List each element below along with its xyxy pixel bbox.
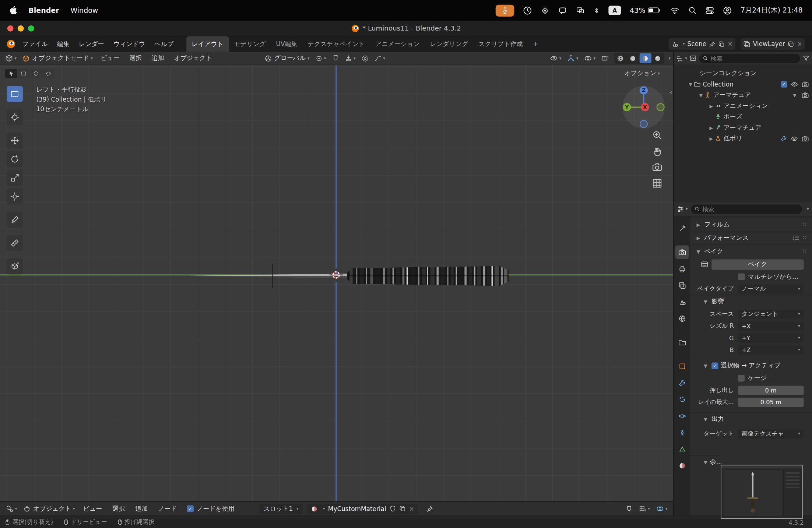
collapse-arrow-icon[interactable]: ▶ — [708, 125, 714, 130]
disable-render-camera-icon[interactable] — [802, 135, 809, 142]
view-layer-remove-icon[interactable]: × — [797, 41, 802, 48]
outliner-row-lowpoly-mesh[interactable]: ▶ 低ポリ — [674, 133, 812, 144]
chevron-down-icon[interactable]: ▼ — [791, 92, 798, 98]
battery-indicator[interactable]: 43% — [630, 6, 661, 15]
outliner-row-pose[interactable]: ポーズ — [674, 111, 812, 122]
view-layer-new-icon[interactable] — [788, 41, 794, 47]
hide-eye-icon[interactable] — [791, 135, 798, 142]
screen-mirroring-icon[interactable] — [576, 6, 585, 15]
max-ray-field[interactable]: 0.05 m — [738, 397, 804, 406]
collapse-arrow-icon[interactable]: ▶ — [708, 103, 714, 109]
snap-toggle[interactable] — [329, 53, 342, 64]
material-browse-arrow[interactable]: ▾ — [323, 507, 325, 511]
viewport-menu-add[interactable]: 追加 — [147, 52, 169, 65]
tool-rotate[interactable] — [7, 151, 23, 168]
shader-menu-add[interactable]: 追加 — [131, 502, 152, 516]
tab-modifier-properties[interactable] — [675, 376, 689, 390]
pan-view-button[interactable] — [652, 146, 662, 156]
scene-unlink-icon[interactable]: × — [728, 41, 733, 48]
properties-options-arrow[interactable]: ▾ — [807, 207, 809, 211]
toggle-ortho-button[interactable] — [652, 178, 662, 189]
tab-material-properties[interactable] — [675, 459, 689, 472]
viewport-menu-view[interactable]: ビュー — [96, 52, 124, 65]
tab-animation[interactable]: アニメーション — [370, 36, 425, 52]
bluetooth-icon[interactable] — [594, 6, 600, 15]
select-lasso-button[interactable] — [42, 69, 54, 78]
shading-solid-button[interactable] — [627, 53, 639, 63]
shading-rendered-button[interactable] — [652, 53, 664, 63]
tab-constraint-properties[interactable] — [675, 426, 689, 439]
shader-type-selector[interactable]: オブジェクト▾ — [21, 503, 77, 514]
space-dropdown[interactable]: タンジェント▾ — [738, 309, 804, 318]
panel-performance[interactable]: ▶パフォーマンス — [690, 231, 812, 244]
menu-edit[interactable]: 編集 — [52, 36, 74, 52]
bake-type-dropdown[interactable]: ノーマル▾ — [738, 284, 804, 293]
tab-layout[interactable]: レイアウト — [187, 36, 229, 52]
menu-render[interactable]: レンダー — [74, 36, 109, 52]
tab-physics-properties[interactable] — [675, 409, 689, 423]
viewport-menu-object[interactable]: オブジェクト — [169, 52, 217, 65]
facetime-icon[interactable] — [523, 6, 532, 15]
modifier-wrench-icon[interactable] — [780, 135, 787, 142]
properties-search[interactable] — [691, 204, 802, 214]
tab-output-properties[interactable] — [675, 262, 689, 276]
select-tweak-button[interactable] — [5, 69, 17, 78]
minimize-window-button[interactable] — [18, 25, 24, 32]
tab-collection-properties[interactable] — [675, 335, 689, 349]
object-visibility-selector[interactable]: ▾ — [547, 53, 564, 64]
mic-status-icon[interactable] — [496, 4, 514, 16]
tab-scripting[interactable]: スクリプト作成 — [473, 36, 528, 52]
scene-selector[interactable]: ▾ Scene × — [669, 38, 735, 50]
apple-menu-icon[interactable] — [9, 6, 17, 15]
pin-node-tree-icon[interactable] — [423, 503, 436, 514]
properties-editor-type-button[interactable]: ▾ — [677, 205, 688, 213]
outliner-row-collection[interactable]: ▼ Collection ✓ — [674, 79, 812, 90]
zoom-window-button[interactable] — [28, 25, 34, 32]
tab-tool-properties[interactable] — [675, 222, 689, 235]
menu-window[interactable]: ウィンドウ — [109, 36, 150, 52]
pivot-point-selector[interactable]: ▾ — [313, 53, 329, 64]
scene-name[interactable]: Scene — [688, 41, 706, 48]
target-dropdown[interactable]: 画像テクスチャ▾ — [738, 429, 804, 438]
view-layer-selector[interactable]: ViewLayer × — [741, 38, 805, 50]
view-layer-name[interactable]: ViewLayer — [753, 41, 785, 48]
shading-options-arrow[interactable]: ▾ — [668, 56, 671, 60]
use-nodes-checkbox[interactable]: ✓ — [187, 506, 193, 512]
shader-menu-view[interactable]: ビュー — [78, 502, 107, 516]
mode-selector[interactable]: オブジェクトモード▾ — [20, 53, 95, 64]
transform-orientation-selector[interactable]: グローバル▾ — [262, 53, 312, 64]
scene-browse-arrow[interactable]: ▾ — [683, 42, 685, 46]
tool-measure[interactable] — [7, 235, 23, 251]
material-name[interactable]: MyCustomMaterial — [328, 505, 386, 513]
outliner-editor-type-button[interactable]: ▾ — [676, 54, 688, 62]
swizzle-r-dropdown[interactable]: +X▾ — [738, 321, 804, 331]
add-workspace-button[interactable]: + — [528, 36, 543, 52]
overlays-toggle-selector[interactable]: ▾ — [581, 53, 598, 64]
collection-checkbox[interactable]: ✓ — [781, 81, 787, 87]
panel-bake[interactable]: ▼ベイク — [690, 244, 812, 258]
blender-app-menu-icon[interactable] — [6, 39, 15, 49]
xray-toggle[interactable] — [599, 53, 612, 64]
disable-render-camera-icon[interactable] — [802, 81, 809, 88]
panel-output[interactable]: ▼出力 — [690, 412, 812, 426]
proportional-edit-toggle[interactable] — [359, 53, 371, 64]
control-center-icon[interactable] — [705, 6, 714, 15]
shader-overlays-selector[interactable]: ▾ — [654, 503, 670, 514]
tool-select-box[interactable] — [7, 86, 23, 102]
use-nodes-toggle[interactable]: ✓ ノードを使用 — [187, 504, 234, 513]
selected-to-active-checkbox[interactable]: ✓ — [711, 362, 718, 369]
properties-search-input[interactable] — [702, 205, 798, 213]
spotlight-icon[interactable] — [688, 6, 697, 15]
expand-arrow-icon[interactable]: ▼ — [697, 92, 704, 98]
outliner-filter-icon[interactable] — [803, 55, 809, 61]
extrusion-field[interactable]: 0 m — [738, 386, 804, 395]
outliner-row-armature-object[interactable]: ▼ アーマチュア ▼ — [674, 89, 812, 101]
viewport-menu-select[interactable]: 選択 — [125, 52, 147, 65]
shader-snap-toggle[interactable] — [623, 503, 636, 514]
password-manager-icon[interactable] — [541, 6, 549, 15]
panel-influence[interactable]: ▼影響 — [690, 295, 812, 308]
outliner-search[interactable] — [699, 54, 800, 63]
panel-film[interactable]: ▶フィルム — [690, 218, 812, 231]
tab-rendering[interactable]: レンダリング — [425, 36, 473, 52]
cage-checkbox[interactable] — [738, 375, 745, 381]
